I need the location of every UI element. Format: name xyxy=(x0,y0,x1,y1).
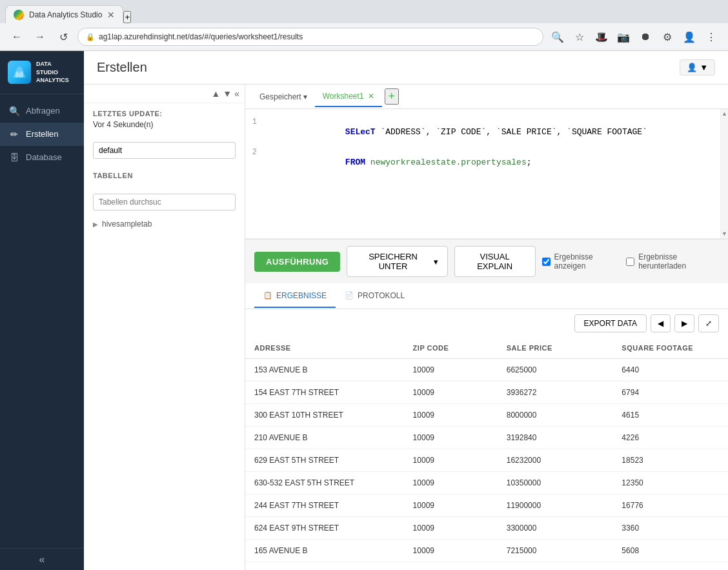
editor-tabs: Gespeichert ▾ Worksheet1 ✕ + xyxy=(245,85,728,109)
nav-next-btn[interactable]: ▶ xyxy=(674,314,694,332)
user-icon: 👤 xyxy=(687,63,697,72)
sidebar-item-abfragen[interactable]: 🔍 Abfragen xyxy=(0,99,84,123)
camera-btn[interactable]: 📷 xyxy=(614,28,632,46)
account-btn[interactable]: 👤 xyxy=(680,28,698,46)
sidebar-item-database[interactable]: 🗄 Database xyxy=(0,146,84,169)
record-btn[interactable]: ⏺ xyxy=(636,28,654,46)
save-dropdown-icon: ▾ xyxy=(434,257,438,267)
table-row[interactable]: 183 AVENUE B1000947500003713 xyxy=(245,562,728,571)
add-tab-btn[interactable]: + xyxy=(385,88,399,105)
table-row[interactable]: 165 AVENUE B1000972150005608 xyxy=(245,540,728,562)
export-btn[interactable]: EXPORT DATA xyxy=(574,314,647,332)
back-btn[interactable]: ← xyxy=(8,28,26,46)
code-table-ref: newyorkrealestate.propertysales xyxy=(370,158,527,167)
expand-btn[interactable]: ⤢ xyxy=(698,314,719,332)
table-row[interactable]: 153 AVENUE B1000966250006440 xyxy=(245,359,728,382)
table-search-input[interactable] xyxy=(93,194,236,210)
table-cell: 183 AVENUE B xyxy=(245,562,404,571)
show-results-checkbox[interactable] xyxy=(542,258,551,266)
refresh-btn[interactable]: ↺ xyxy=(54,28,72,46)
db-input[interactable] xyxy=(93,142,236,159)
tab-saved-dropdown: ▾ xyxy=(303,92,307,101)
new-tab-btn[interactable]: + xyxy=(123,11,131,23)
table-row[interactable]: 244 EAST 7TH STREET100091190000016776 xyxy=(245,494,728,517)
table-cell: 165 AVENUE B xyxy=(245,540,404,562)
sidebar-item-erstellen[interactable]: ✏ Erstellen xyxy=(0,123,84,146)
table-item-hivesample[interactable]: ▶ hivesampletab xyxy=(84,216,245,232)
code-line-1: 1 SELecT `ADDRESS`, `ZIP CODE`, `SALE PR… xyxy=(245,117,720,147)
table-cell: 6440 xyxy=(612,359,728,382)
browser-controls: ← → ↺ 🔒 ag1lap.azurehdinsight.net/das/#/… xyxy=(0,23,728,50)
save-btn[interactable]: SPEICHERN UNTER ▾ xyxy=(347,246,447,277)
show-results-label: Ergebnisse anzeigen xyxy=(554,252,620,270)
tab-title: Data Analytics Studio xyxy=(29,10,102,19)
forward-btn[interactable]: → xyxy=(31,28,49,46)
table-cell: 3300000 xyxy=(498,517,613,540)
main-header: Erstellen 👤 ▼ xyxy=(84,51,728,85)
table-row[interactable]: 630-532 EAST 5TH STREET10009103500001235… xyxy=(245,472,728,494)
scroll-up-btn[interactable]: ▲ xyxy=(211,88,220,99)
code-editor[interactable]: 1 SELecT `ADDRESS`, `ZIP CODE`, `SALE PR… xyxy=(245,109,720,238)
browser-chrome: Data Analytics Studio ✕ + ← → ↺ 🔒 ag1lap… xyxy=(0,0,728,51)
protocol-tab-label: PROTOKOLL xyxy=(358,291,405,300)
table-cell: 210 AVENUE B xyxy=(245,427,404,449)
tab-close-btn[interactable]: ✕ xyxy=(107,10,115,20)
tab-protocol[interactable]: 📄 PROTOKOLL xyxy=(336,285,414,308)
execute-btn[interactable]: AUSFÜHRUNG xyxy=(254,252,340,272)
sidebar-collapse-btn[interactable]: « xyxy=(39,554,45,565)
panel-collapse-btn[interactable]: « xyxy=(234,88,239,99)
url-bar[interactable]: 🔒 ag1lap.azurehdinsight.net/das/#/querie… xyxy=(77,28,543,46)
tab-results[interactable]: 📋 ERGEBNISSE xyxy=(254,285,336,308)
table-cell: 4615 xyxy=(612,404,728,427)
main-content: Erstellen 👤 ▼ ▲ ▼ « xyxy=(84,51,728,570)
data-table-container: ADRESSE ZIP CODE SALE PRICE SQUARE FOOTA… xyxy=(245,338,728,570)
user-menu-btn[interactable]: 👤 ▼ xyxy=(680,59,715,76)
tab-bar: Data Analytics Studio ✕ + xyxy=(0,0,728,23)
browser-tab-active[interactable]: Data Analytics Studio ✕ xyxy=(5,5,123,23)
editor-scrollbar: ▲ ▼ xyxy=(720,109,728,238)
results-area: 📋 ERGEBNISSE 📄 PROTOKOLL EXPORT DATA ◀ ▶… xyxy=(245,283,728,570)
url-text: ag1lap.azurehdinsight.net/das/#/queries/… xyxy=(99,32,303,41)
scroll-up-arrow[interactable]: ▲ xyxy=(722,110,727,117)
table-cell: 244 EAST 7TH STREET xyxy=(245,494,404,517)
tab-worksheet1[interactable]: Worksheet1 ✕ xyxy=(315,87,382,107)
tab-worksheet-close-btn[interactable]: ✕ xyxy=(368,92,374,101)
code-line-2: 2 FROM newyorkrealestate.propertysales; xyxy=(245,147,720,178)
table-header: ADRESSE ZIP CODE SALE PRICE SQUARE FOOTA… xyxy=(245,338,728,359)
panel-controls: ▲ ▼ « xyxy=(84,85,245,103)
settings-btn[interactable]: ⚙ xyxy=(658,28,676,46)
table-row[interactable]: 629 EAST 5TH STREET100091623200018523 xyxy=(245,449,728,472)
table-cell: 10009 xyxy=(404,472,498,494)
scroll-down-arrow[interactable]: ▼ xyxy=(722,230,727,237)
tab-saved-label: Gespeichert xyxy=(259,92,301,101)
table-cell: 10009 xyxy=(404,494,498,517)
header-actions: 👤 ▼ xyxy=(680,59,715,76)
edit-icon: ✏ xyxy=(9,129,19,139)
search-btn[interactable]: 🔍 xyxy=(549,28,567,46)
nav-prev-btn[interactable]: ◀ xyxy=(651,314,671,332)
logo-icon xyxy=(8,61,31,84)
editor-toolbar: AUSFÜHRUNG SPEICHERN UNTER ▾ VISUAL EXPL… xyxy=(245,239,728,283)
table-cell: 12350 xyxy=(612,472,728,494)
sidebar-item-label: Abfragen xyxy=(26,106,60,116)
download-results-checkbox-group[interactable]: Ergebnisse herunterladen xyxy=(626,252,719,270)
tab-favicon xyxy=(14,10,24,20)
table-cell: 629 EAST 5TH STREET xyxy=(245,449,404,472)
menu-btn[interactable]: ⋮ xyxy=(702,28,720,46)
table-row[interactable]: 154 EAST 7TH STREET1000939362726794 xyxy=(245,382,728,404)
table-row[interactable]: 624 EAST 9TH STREET1000933000003360 xyxy=(245,517,728,540)
profile-btn[interactable]: 🎩 xyxy=(592,28,611,46)
table-row[interactable]: 300 EAST 10TH STREET1000980000004615 xyxy=(245,404,728,427)
sidebar-bottom: « xyxy=(0,548,84,570)
table-cell: 300 EAST 10TH STREET xyxy=(245,404,404,427)
explain-btn[interactable]: VISUAL EXPLAIN xyxy=(454,246,536,277)
download-results-checkbox[interactable] xyxy=(626,258,634,266)
bookmark-btn[interactable]: ☆ xyxy=(571,28,589,46)
scroll-down-btn[interactable]: ▼ xyxy=(223,88,232,99)
tab-saved[interactable]: Gespeichert ▾ xyxy=(254,92,312,101)
app-container: DATA STUDIO ANALYTICS 🔍 Abfragen ✏ Erste… xyxy=(0,51,728,570)
table-cell: 16232000 xyxy=(498,449,613,472)
sidebar-nav: 🔍 Abfragen ✏ Erstellen 🗄 Database xyxy=(0,94,84,548)
table-row[interactable]: 210 AVENUE B1000931928404226 xyxy=(245,427,728,449)
show-results-checkbox-group[interactable]: Ergebnisse anzeigen xyxy=(542,252,620,270)
